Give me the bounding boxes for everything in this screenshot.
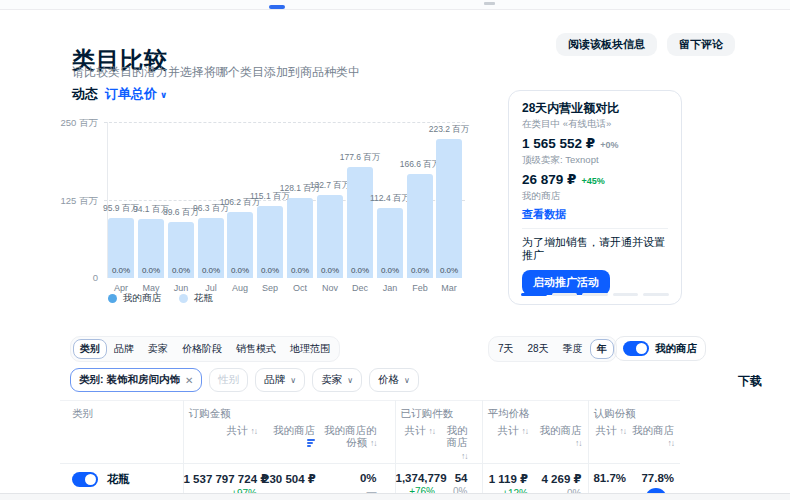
metric-label: 订单总价 xyxy=(105,85,157,103)
bar-share-label: 0.0% xyxy=(317,266,343,275)
value: 77.8% xyxy=(632,472,674,484)
chip-label: 品牌 xyxy=(264,373,285,387)
filter-chip-3[interactable]: 品牌∨ xyxy=(255,368,305,392)
sort-icon: ↑↓ xyxy=(522,426,529,436)
chevron-down-icon: ∨ xyxy=(347,376,353,385)
sub-header-label: 共计 xyxy=(498,424,519,436)
sort-avg-price-total[interactable]: 共计 ↑↓ xyxy=(482,422,534,464)
carousel-page-3[interactable] xyxy=(582,293,608,296)
legend-dot xyxy=(179,294,188,303)
tab-fragment xyxy=(484,2,495,5)
period-tab-4[interactable]: 年 xyxy=(590,339,614,359)
download-button[interactable]: 下载 xyxy=(732,372,768,391)
my-shop-toggle[interactable] xyxy=(623,341,649,356)
sub-header-label: 我的商店的份额 xyxy=(324,424,377,449)
chip-label: 价格 xyxy=(378,373,399,387)
sort-share-total[interactable]: 共计 ↑↓ xyxy=(588,422,632,464)
legend-dot xyxy=(108,294,117,303)
bar-feb[interactable] xyxy=(407,174,433,278)
sub-header-label: 我的商店 xyxy=(632,424,674,436)
legend-item: 我的商店 xyxy=(108,292,161,305)
sort-ordered-amount-total[interactable]: 共计 ↑↓ xyxy=(183,422,263,464)
my-shop-value: 26 879 ₽ xyxy=(522,172,576,187)
column-group-ordered-items: 已订购件数 xyxy=(395,401,482,422)
sort-ordered-amount-my[interactable]: 我的商店 xyxy=(263,422,321,464)
top-tab-bar xyxy=(0,0,790,10)
sub-header-label: 我的商店 xyxy=(447,424,468,449)
filters-row-1: 类别品牌卖家价格阶段销售模式地理范围 7天28天季度年 我的商店 xyxy=(70,336,770,362)
row-toggle[interactable] xyxy=(72,472,98,487)
column-group-average-price: 平均价格 xyxy=(482,401,588,422)
sub-header-label: 共计 xyxy=(227,424,248,436)
sub-header-label: 共计 xyxy=(596,424,617,436)
chevron-down-icon: ∨ xyxy=(160,90,167,100)
period-tab-1[interactable]: 7天 xyxy=(491,339,521,359)
filter-chip-5[interactable]: 价格∨ xyxy=(369,368,419,392)
sort-ordered-amount-share[interactable]: 我的商店的份额 ↑↓ xyxy=(321,422,395,464)
metric-selector[interactable]: 订单总价 ∨ xyxy=(105,85,167,103)
carousel-page-2[interactable] xyxy=(552,293,578,296)
carousel-page-1[interactable] xyxy=(521,293,547,296)
sort-avg-price-my[interactable]: 我的商店 ↑↓ xyxy=(534,422,588,464)
sort-icon: ↑↓ xyxy=(668,438,675,448)
sort-icon: ↑↓ xyxy=(429,426,436,436)
filter-chip-4[interactable]: 卖家∨ xyxy=(312,368,362,392)
sort-icon: ↑↓ xyxy=(575,438,582,448)
leave-comment-button[interactable]: 留下评论 xyxy=(667,33,735,56)
bar-share-label: 0.0% xyxy=(287,266,313,275)
x-axis-label: Mar xyxy=(429,283,469,293)
dimension-tab-6[interactable]: 地理范围 xyxy=(283,339,337,359)
y-axis-tick-250: 250 百万 xyxy=(28,117,98,130)
dimension-tab-5[interactable]: 销售模式 xyxy=(229,339,283,359)
dimension-tab-3[interactable]: 卖家 xyxy=(141,339,175,359)
carousel-page-5[interactable] xyxy=(643,293,669,296)
legend-label: 花瓶 xyxy=(194,292,213,305)
sort-share-my[interactable]: 我的商店 ↑↓ xyxy=(632,422,680,464)
bar-share-label: 0.0% xyxy=(108,266,134,275)
bar-share-label: 0.0% xyxy=(407,266,433,275)
category-name: 花瓶 xyxy=(107,472,130,487)
read-section-info-button[interactable]: 阅读该板块信息 xyxy=(556,33,657,56)
value: 4 269 ₽ xyxy=(534,472,582,486)
column-category: 类别 xyxy=(60,401,183,422)
sort-ordered-items-total[interactable]: 共计 ↑↓ xyxy=(395,422,441,464)
bar-share-label: 0.0% xyxy=(138,266,164,275)
carousel-page-4[interactable] xyxy=(613,293,639,296)
sub-header-label: 共计 xyxy=(405,424,426,436)
sort-icon: ↑↓ xyxy=(461,451,468,461)
filter-chip-1[interactable]: 类别: 装饰和房间内饰✕ xyxy=(70,368,202,392)
value: 1 119 ₽ xyxy=(483,472,529,486)
sort-ordered-items-my[interactable]: 我的商店 ↑↓ xyxy=(441,422,482,464)
sort-active-icon xyxy=(307,439,315,447)
sub-header-label: 我的商店 xyxy=(540,424,582,436)
my-shop-caption: 我的商店 xyxy=(522,190,668,201)
bar-mar[interactable] xyxy=(436,139,462,278)
column-spacer xyxy=(60,422,183,464)
my-shop-toggle-pill[interactable]: 我的商店 xyxy=(614,336,706,361)
top-seller-caption: 顶级卖家: Texnopt xyxy=(522,154,668,165)
sort-icon: ↑↓ xyxy=(251,426,258,436)
bar-share-label: 0.0% xyxy=(257,266,283,275)
sort-icon: ↑↓ xyxy=(620,426,627,436)
chart-legend: 我的商店花瓶 xyxy=(108,292,213,305)
close-icon[interactable]: ✕ xyxy=(185,375,193,386)
dimension-tab-1[interactable]: 类别 xyxy=(73,339,107,359)
my-shop-toggle-label: 我的商店 xyxy=(655,342,697,356)
period-tab-2[interactable]: 28天 xyxy=(521,339,556,359)
table-group-header-row: 类别 订购金额 已订购件数 平均价格 认购份额 xyxy=(60,401,680,422)
view-data-link[interactable]: 查看数据 xyxy=(522,208,668,220)
page-bottom-edge xyxy=(0,493,790,500)
dimension-tab-4[interactable]: 价格阶段 xyxy=(175,339,229,359)
category-comparison-table: 类别 订购金额 已订购件数 平均价格 认购份额 共计 ↑↓ 我的商店 我的商店的… xyxy=(60,400,680,500)
dimension-tab-2[interactable]: 品牌 xyxy=(107,339,141,359)
bar-dec[interactable] xyxy=(347,167,373,278)
period-tab-3[interactable]: 季度 xyxy=(556,339,590,359)
period-tabs: 7天28天季度年 xyxy=(488,336,617,362)
filters-row-2: 类别: 装饰和房间内饰✕性别品牌∨卖家∨价格∨ xyxy=(70,368,419,392)
value: 81.7% xyxy=(589,472,627,484)
header-actions: 阅读该板块信息 留下评论 xyxy=(556,33,735,56)
table-sub-header-row: 共计 ↑↓ 我的商店 我的商店的份额 ↑↓ 共计 ↑↓ 我的商店 ↑↓ 共计 ↑… xyxy=(60,422,680,464)
start-promo-button[interactable]: 启动推广活动 xyxy=(522,270,610,295)
top-seller-value: 1 565 552 ₽ xyxy=(522,136,595,151)
sort-icon: ↑↓ xyxy=(370,438,377,448)
